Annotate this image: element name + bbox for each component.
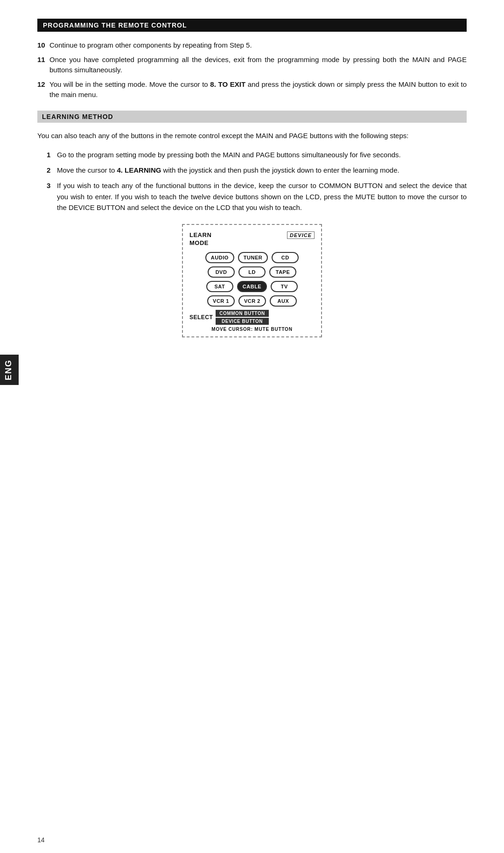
- learn-step-3-num: 3: [47, 180, 57, 191]
- top-steps-list: 10 Continue to program other components …: [37, 40, 467, 100]
- step-11: 11 Once you have completed programming a…: [37, 55, 467, 76]
- eng-tab: ENG: [0, 355, 19, 385]
- lcd-select-buttons: COMMON BUTTON DEVICE BUTTON: [216, 310, 268, 325]
- learn-step-3-text: If you wish to teach any of the function…: [57, 180, 467, 213]
- learn-step-1: 1 Go to the program setting mode by pres…: [47, 149, 467, 160]
- learn-step-2-num: 2: [47, 165, 57, 175]
- lcd-learn-mode-label: LEARNMODE: [189, 231, 211, 247]
- lcd-btn-sat: SAT: [206, 281, 233, 292]
- lcd-btn-ld: LD: [238, 266, 266, 278]
- lcd-btn-row-1: AUDIO TUNER CD: [189, 252, 315, 263]
- learning-steps-list: 1 Go to the program setting mode by pres…: [47, 149, 467, 213]
- lcd-btn-tv: TV: [271, 281, 298, 292]
- lcd-btn-row-4: VCR 1 VCR 2 AUX: [189, 295, 315, 307]
- step-10: 10 Continue to program other components …: [37, 40, 467, 51]
- step-12: 12 You will be in the setting mode. Move…: [37, 79, 467, 100]
- lcd-btn-dvd: DVD: [208, 266, 235, 278]
- page-number: 14: [37, 836, 45, 844]
- learn-step-2: 2 Move the cursor to 4. LEARNING with th…: [47, 165, 467, 175]
- sub-section-header: LEARNING METHOD: [37, 111, 467, 123]
- lcd-btn-row-3: SAT CABLE TV: [189, 281, 315, 292]
- learn-step-1-num: 1: [47, 149, 57, 160]
- lcd-device-button: DEVICE BUTTON: [216, 318, 268, 325]
- learning-bold: 4. LEARNING: [117, 166, 161, 174]
- lcd-btn-cd: CD: [272, 252, 299, 263]
- lcd-select-row: SELECT COMMON BUTTON DEVICE BUTTON: [189, 310, 315, 325]
- lcd-device-label: DEVICE: [287, 231, 315, 239]
- lcd-btn-row-2: DVD LD TAPE: [189, 266, 315, 278]
- lcd-btn-cable: CABLE: [237, 281, 267, 292]
- learn-step-1-text: Go to the program setting mode by pressi…: [57, 149, 467, 160]
- step-12-text: You will be in the setting mode. Move th…: [49, 79, 467, 100]
- lcd-container: LEARNMODE DEVICE AUDIO TUNER CD DVD LD T…: [37, 224, 467, 337]
- lcd-common-button: COMMON BUTTON: [216, 310, 268, 317]
- step-12-num: 12: [37, 79, 49, 90]
- page-container: PROGRAMMING THE REMOTE CONTROL 10 Contin…: [0, 0, 504, 365]
- lcd-btn-vcr2: VCR 2: [238, 295, 266, 307]
- learn-step-3: 3 If you wish to teach any of the functi…: [47, 180, 467, 213]
- body-paragraph: You can also teach any of the buttons in…: [37, 130, 467, 141]
- step-11-num: 11: [37, 55, 49, 65]
- learn-step-2-text: Move the cursor to 4. LEARNING with the …: [57, 165, 467, 175]
- lcd-move-cursor-row: MOVE CURSOR: MUTE BUTTON: [189, 327, 315, 332]
- section-header: PROGRAMMING THE REMOTE CONTROL: [37, 19, 467, 32]
- step-11-text: Once you have completed programming all …: [49, 55, 467, 76]
- lcd-btn-aux: AUX: [270, 295, 297, 307]
- lcd-btn-tuner: TUNER: [238, 252, 268, 263]
- step-10-text: Continue to program other components by …: [49, 40, 467, 51]
- step-10-num: 10: [37, 40, 49, 51]
- lcd-select-label: SELECT: [189, 314, 213, 321]
- lcd-btn-tape: TAPE: [269, 266, 296, 278]
- lcd-btn-vcr1: VCR 1: [207, 295, 235, 307]
- lcd-header-row: LEARNMODE DEVICE: [189, 231, 315, 247]
- step-12-bold: 8. TO EXIT: [210, 80, 245, 88]
- lcd-btn-audio: AUDIO: [205, 252, 234, 263]
- lcd-screen: LEARNMODE DEVICE AUDIO TUNER CD DVD LD T…: [182, 224, 322, 337]
